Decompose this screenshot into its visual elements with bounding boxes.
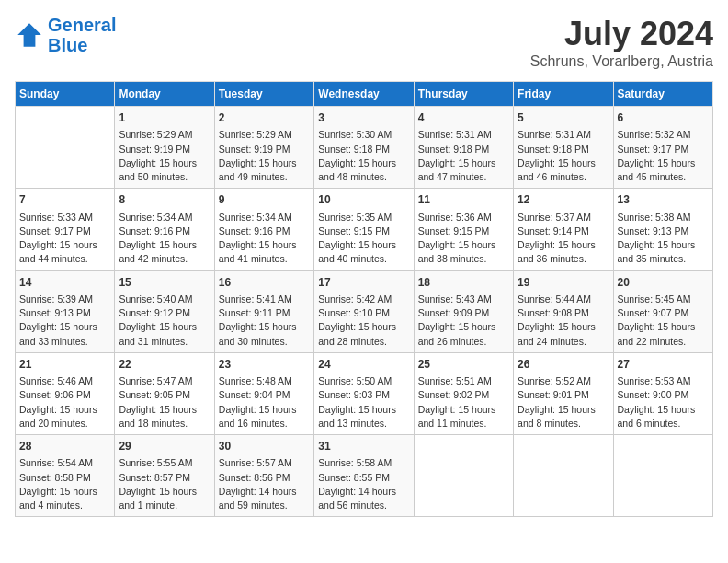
day-info: Sunrise: 5:31 AM Sunset: 9:18 PM Dayligh… (418, 128, 509, 184)
calendar-day-cell: 18Sunrise: 5:43 AM Sunset: 9:09 PM Dayli… (414, 270, 513, 352)
calendar-day-cell: 16Sunrise: 5:41 AM Sunset: 9:11 PM Dayli… (214, 270, 313, 352)
day-info: Sunrise: 5:37 AM Sunset: 9:14 PM Dayligh… (518, 211, 609, 267)
day-info: Sunrise: 5:47 AM Sunset: 9:05 PM Dayligh… (119, 374, 210, 431)
calendar-day-cell: 24Sunrise: 5:50 AM Sunset: 9:03 PM Dayli… (314, 352, 414, 434)
day-info: Sunrise: 5:46 AM Sunset: 9:06 PM Dayligh… (19, 374, 110, 431)
day-number: 28 (19, 439, 110, 454)
day-number: 22 (119, 357, 210, 373)
calendar-day-cell: 17Sunrise: 5:42 AM Sunset: 9:10 PM Dayli… (314, 270, 414, 352)
location-subtitle: Schruns, Vorarlberg, Austria (530, 53, 713, 70)
calendar-day-cell: 8Sunrise: 5:34 AM Sunset: 9:16 PM Daylig… (115, 189, 214, 270)
day-number: 13 (618, 192, 709, 208)
calendar-day-cell: 2Sunrise: 5:29 AM Sunset: 9:19 PM Daylig… (214, 107, 313, 189)
day-info: Sunrise: 5:58 AM Sunset: 8:55 PM Dayligh… (318, 456, 409, 512)
day-number: 20 (618, 275, 709, 291)
day-info: Sunrise: 5:48 AM Sunset: 9:04 PM Dayligh… (219, 374, 310, 431)
weekday-header-cell: Monday (115, 82, 214, 107)
calendar-day-cell: 5Sunrise: 5:31 AM Sunset: 9:18 PM Daylig… (514, 107, 613, 189)
day-info: Sunrise: 5:31 AM Sunset: 9:18 PM Dayligh… (518, 128, 609, 184)
day-info: Sunrise: 5:40 AM Sunset: 9:12 PM Dayligh… (119, 293, 210, 349)
calendar-week-row: 14Sunrise: 5:39 AM Sunset: 9:13 PM Dayli… (16, 270, 713, 352)
day-number: 15 (119, 275, 210, 291)
logo-icon (15, 20, 44, 50)
day-number: 16 (219, 275, 310, 291)
calendar-day-cell: 28Sunrise: 5:54 AM Sunset: 8:58 PM Dayli… (16, 435, 115, 517)
day-number: 19 (518, 275, 609, 291)
day-number: 26 (518, 357, 609, 373)
day-number: 6 (618, 110, 709, 126)
calendar-day-cell (414, 435, 513, 517)
weekday-header-cell: Sunday (16, 82, 115, 107)
calendar-day-cell: 31Sunrise: 5:58 AM Sunset: 8:55 PM Dayli… (314, 435, 414, 517)
day-info: Sunrise: 5:54 AM Sunset: 8:58 PM Dayligh… (19, 456, 110, 512)
day-number: 9 (219, 192, 310, 208)
day-info: Sunrise: 5:38 AM Sunset: 9:13 PM Dayligh… (618, 211, 709, 267)
calendar-day-cell (514, 435, 613, 517)
calendar-day-cell: 23Sunrise: 5:48 AM Sunset: 9:04 PM Dayli… (214, 352, 313, 434)
calendar-day-cell: 19Sunrise: 5:44 AM Sunset: 9:08 PM Dayli… (514, 270, 613, 352)
calendar-day-cell: 7Sunrise: 5:33 AM Sunset: 9:17 PM Daylig… (16, 189, 115, 270)
day-info: Sunrise: 5:41 AM Sunset: 9:11 PM Dayligh… (219, 293, 310, 349)
calendar-day-cell: 29Sunrise: 5:55 AM Sunset: 8:57 PM Dayli… (115, 435, 214, 517)
day-info: Sunrise: 5:35 AM Sunset: 9:15 PM Dayligh… (318, 211, 409, 267)
day-number: 17 (318, 275, 409, 291)
day-info: Sunrise: 5:29 AM Sunset: 9:19 PM Dayligh… (119, 128, 210, 184)
day-info: Sunrise: 5:53 AM Sunset: 9:00 PM Dayligh… (618, 374, 709, 431)
weekday-header-cell: Thursday (414, 82, 513, 107)
title-block: July 2024 Schruns, Vorarlberg, Austria (530, 15, 713, 70)
page-header: GeneralBlue July 2024 Schruns, Vorarlber… (15, 15, 713, 70)
calendar-day-cell: 10Sunrise: 5:35 AM Sunset: 9:15 PM Dayli… (314, 189, 414, 270)
logo: GeneralBlue (15, 15, 116, 55)
calendar-table: SundayMondayTuesdayWednesdayThursdayFrid… (15, 81, 713, 517)
day-info: Sunrise: 5:42 AM Sunset: 9:10 PM Dayligh… (318, 293, 409, 349)
day-info: Sunrise: 5:34 AM Sunset: 9:16 PM Dayligh… (119, 211, 210, 267)
day-info: Sunrise: 5:29 AM Sunset: 9:19 PM Dayligh… (219, 128, 310, 184)
day-number: 21 (19, 357, 110, 373)
svg-marker-0 (17, 23, 41, 47)
calendar-day-cell (16, 107, 115, 189)
day-info: Sunrise: 5:43 AM Sunset: 9:09 PM Dayligh… (418, 293, 509, 349)
weekday-header-cell: Friday (514, 82, 613, 107)
weekday-header-cell: Tuesday (214, 82, 313, 107)
calendar-body: 1Sunrise: 5:29 AM Sunset: 9:19 PM Daylig… (16, 107, 713, 517)
day-info: Sunrise: 5:45 AM Sunset: 9:07 PM Dayligh… (618, 293, 709, 349)
day-number: 18 (418, 275, 509, 291)
calendar-header: SundayMondayTuesdayWednesdayThursdayFrid… (16, 82, 713, 107)
calendar-week-row: 28Sunrise: 5:54 AM Sunset: 8:58 PM Dayli… (16, 435, 713, 517)
day-number: 23 (219, 357, 310, 373)
day-info: Sunrise: 5:51 AM Sunset: 9:02 PM Dayligh… (418, 374, 509, 431)
day-number: 8 (119, 192, 210, 208)
calendar-day-cell: 13Sunrise: 5:38 AM Sunset: 9:13 PM Dayli… (613, 189, 712, 270)
day-info: Sunrise: 5:34 AM Sunset: 9:16 PM Dayligh… (219, 211, 310, 267)
day-number: 25 (418, 357, 509, 373)
calendar-day-cell: 30Sunrise: 5:57 AM Sunset: 8:56 PM Dayli… (214, 435, 313, 517)
day-number: 3 (318, 110, 409, 126)
calendar-day-cell: 22Sunrise: 5:47 AM Sunset: 9:05 PM Dayli… (115, 352, 214, 434)
day-number: 2 (219, 110, 310, 126)
month-title: July 2024 (530, 15, 713, 53)
day-number: 10 (318, 192, 409, 208)
calendar-day-cell (613, 435, 712, 517)
calendar-day-cell: 9Sunrise: 5:34 AM Sunset: 9:16 PM Daylig… (214, 189, 313, 270)
day-info: Sunrise: 5:50 AM Sunset: 9:03 PM Dayligh… (318, 374, 409, 431)
day-number: 4 (418, 110, 509, 126)
calendar-day-cell: 25Sunrise: 5:51 AM Sunset: 9:02 PM Dayli… (414, 352, 513, 434)
calendar-day-cell: 11Sunrise: 5:36 AM Sunset: 9:15 PM Dayli… (414, 189, 513, 270)
calendar-week-row: 7Sunrise: 5:33 AM Sunset: 9:17 PM Daylig… (16, 189, 713, 270)
calendar-day-cell: 6Sunrise: 5:32 AM Sunset: 9:17 PM Daylig… (613, 107, 712, 189)
day-number: 11 (418, 192, 509, 208)
weekday-header-cell: Saturday (613, 82, 712, 107)
calendar-day-cell: 3Sunrise: 5:30 AM Sunset: 9:18 PM Daylig… (314, 107, 414, 189)
day-number: 12 (518, 192, 609, 208)
calendar-day-cell: 15Sunrise: 5:40 AM Sunset: 9:12 PM Dayli… (115, 270, 214, 352)
calendar-week-row: 21Sunrise: 5:46 AM Sunset: 9:06 PM Dayli… (16, 352, 713, 434)
day-info: Sunrise: 5:55 AM Sunset: 8:57 PM Dayligh… (119, 456, 210, 512)
calendar-day-cell: 14Sunrise: 5:39 AM Sunset: 9:13 PM Dayli… (16, 270, 115, 352)
day-info: Sunrise: 5:57 AM Sunset: 8:56 PM Dayligh… (219, 456, 310, 512)
day-info: Sunrise: 5:30 AM Sunset: 9:18 PM Dayligh… (318, 128, 409, 184)
calendar-day-cell: 27Sunrise: 5:53 AM Sunset: 9:00 PM Dayli… (613, 352, 712, 434)
day-number: 27 (618, 357, 709, 373)
weekday-header-cell: Wednesday (314, 82, 414, 107)
day-info: Sunrise: 5:33 AM Sunset: 9:17 PM Dayligh… (19, 211, 110, 267)
day-info: Sunrise: 5:36 AM Sunset: 9:15 PM Dayligh… (418, 211, 509, 267)
